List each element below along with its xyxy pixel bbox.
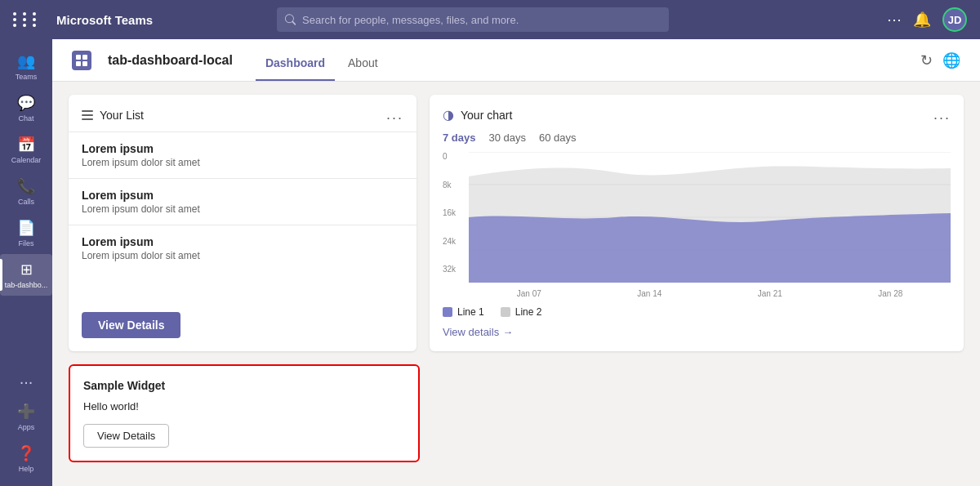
sidebar: 👥 Teams 💬 Chat 📅 Calendar 📞 Calls 📄 File… xyxy=(0,39,52,486)
search-bar[interactable] xyxy=(277,7,669,32)
chart-icon: ◑ xyxy=(443,107,454,123)
legend-dot-line2 xyxy=(501,307,510,317)
calls-icon: 📞 xyxy=(17,177,35,195)
hamburger-icon xyxy=(82,110,93,120)
content-area: tab-dashboard-local Dashboard About ↻ 🌐 xyxy=(52,39,980,486)
x-label-jan21: Jan 21 xyxy=(758,289,782,298)
chart-title-text: Your chart xyxy=(461,109,512,122)
tab-dashboard-icon: ⊞ xyxy=(20,261,33,279)
chart-tab-30days[interactable]: 30 days xyxy=(488,132,526,144)
list-item-title-0: Lorem ipsum xyxy=(82,142,403,155)
chart-svg xyxy=(469,152,951,283)
tab-about[interactable]: About xyxy=(338,39,388,81)
chart-legend: Line 1 Line 2 xyxy=(430,298,964,326)
svg-rect-1 xyxy=(82,55,87,60)
avatar[interactable]: JD xyxy=(942,7,967,32)
calendar-icon: 📅 xyxy=(17,136,35,154)
sidebar-item-help[interactable]: ❓ Help xyxy=(0,438,52,479)
page-icon xyxy=(72,51,91,70)
tabs: Dashboard About xyxy=(256,39,388,81)
chart-tab-60days[interactable]: 60 days xyxy=(539,132,577,144)
list-item[interactable]: Lorem ipsum Lorem ipsum dolor sit amet xyxy=(69,178,416,225)
sidebar-label-tab-dashboard: tab-dashbo... xyxy=(5,281,48,289)
sidebar-item-teams[interactable]: 👥 Teams xyxy=(0,46,52,87)
sidebar-more-icon[interactable]: ... xyxy=(11,361,42,396)
legend-dot-line1 xyxy=(443,307,452,317)
widget-card: Sample Widget Hello world! View Details xyxy=(69,364,420,462)
chart-view-details-link[interactable]: View details → xyxy=(443,326,951,338)
svg-rect-0 xyxy=(76,55,81,60)
list-item-title-1: Lorem ipsum xyxy=(82,189,403,202)
apps-icon: ➕ xyxy=(17,403,35,421)
page-title: tab-dashboard-local xyxy=(108,53,233,68)
chart-x-labels: Jan 07 Jan 14 Jan 21 Jan 28 xyxy=(469,286,951,298)
list-item-title-2: Lorem ipsum xyxy=(82,235,403,248)
chart-footer: View details → xyxy=(430,326,964,351)
list-more-icon[interactable]: ... xyxy=(386,106,403,123)
x-label-jan14: Jan 14 xyxy=(637,289,662,298)
sidebar-item-chat[interactable]: 💬 Chat xyxy=(0,87,52,129)
top-row: Your List ... Lorem ipsum Lorem ipsum do… xyxy=(69,95,964,351)
widget-title: Sample Widget xyxy=(83,379,405,392)
x-label-jan28: Jan 28 xyxy=(878,289,902,298)
sidebar-item-tab-dashboard[interactable]: ⊞ tab-dashbo... xyxy=(0,254,52,296)
legend-label-line2: Line 2 xyxy=(515,306,542,318)
chart-more-icon[interactable]: ... xyxy=(933,106,951,123)
notifications-icon[interactable]: 🔔 xyxy=(913,11,931,29)
main-content: Your List ... Lorem ipsum Lorem ipsum do… xyxy=(52,82,980,486)
files-icon: 📄 xyxy=(17,219,35,237)
chart-area: 32k 24k 16k 8k 0 xyxy=(430,152,964,298)
chart-card: ◑ Your chart ... 7 days 30 days 60 days … xyxy=(430,95,964,351)
legend-line2: Line 2 xyxy=(501,306,542,318)
svg-rect-2 xyxy=(76,61,81,66)
sidebar-label-help: Help xyxy=(19,465,34,473)
sidebar-label-files: Files xyxy=(18,239,33,247)
y-label-0: 0 xyxy=(443,152,466,161)
chart-svg-container xyxy=(469,152,951,286)
legend-line1: Line 1 xyxy=(443,306,484,318)
sidebar-label-teams: Teams xyxy=(16,73,38,81)
widget-view-details-button[interactable]: View Details xyxy=(83,424,169,448)
list-item[interactable]: Lorem ipsum Lorem ipsum dolor sit amet xyxy=(69,132,416,178)
topbar-right: ⋯ 🔔 JD xyxy=(887,7,967,32)
list-title-text: Your List xyxy=(100,109,144,122)
list-item[interactable]: Lorem ipsum Lorem ipsum dolor sit amet xyxy=(69,225,416,271)
sidebar-item-calls[interactable]: 📞 Calls xyxy=(0,171,52,212)
globe-icon[interactable]: 🌐 xyxy=(942,51,960,69)
help-icon: ❓ xyxy=(17,444,35,462)
teams-icon: 👥 xyxy=(17,52,35,70)
search-icon xyxy=(285,14,296,25)
sidebar-item-apps[interactable]: ➕ Apps xyxy=(0,396,52,438)
topbar: Microsoft Teams ⋯ 🔔 JD xyxy=(0,0,980,39)
chart-tab-7days[interactable]: 7 days xyxy=(443,132,475,144)
chart-tabs: 7 days 30 days 60 days xyxy=(430,132,964,152)
main-layout: 👥 Teams 💬 Chat 📅 Calendar 📞 Calls 📄 File… xyxy=(0,39,980,486)
tab-dashboard[interactable]: Dashboard xyxy=(256,39,335,81)
chart-view-details-text: View details xyxy=(443,326,499,338)
view-details-button[interactable]: View Details xyxy=(82,312,180,338)
y-label-8k: 8k xyxy=(443,181,466,189)
list-item-sub-0: Lorem ipsum dolor sit amet xyxy=(82,157,403,168)
sidebar-label-chat: Chat xyxy=(18,114,33,123)
apps-grid-icon[interactable] xyxy=(13,12,40,27)
y-label-16k: 16k xyxy=(443,208,466,217)
list-card-footer: View Details xyxy=(69,299,416,351)
sidebar-item-files[interactable]: 📄 Files xyxy=(0,212,52,254)
widget-text: Hello world! xyxy=(83,400,405,412)
sidebar-label-calendar: Calendar xyxy=(11,156,42,164)
legend-label-line1: Line 1 xyxy=(457,306,484,318)
y-label-32k: 32k xyxy=(443,265,466,274)
list-items: Lorem ipsum Lorem ipsum dolor sit amet L… xyxy=(69,132,416,299)
sidebar-item-calendar[interactable]: 📅 Calendar xyxy=(0,129,52,171)
refresh-icon[interactable]: ↻ xyxy=(920,51,933,69)
app-title: Microsoft Teams xyxy=(56,13,153,27)
list-card-title: Your List xyxy=(82,109,144,122)
more-options-icon[interactable]: ⋯ xyxy=(887,11,902,29)
chart-card-header: ◑ Your chart ... xyxy=(430,95,964,132)
sidebar-label-apps: Apps xyxy=(18,423,35,431)
search-input[interactable] xyxy=(302,14,661,26)
list-card: Your List ... Lorem ipsum Lorem ipsum do… xyxy=(69,95,416,351)
chart-y-labels: 32k 24k 16k 8k 0 xyxy=(443,152,466,274)
chart-view-details-arrow: → xyxy=(502,326,513,338)
page-header-right: ↻ 🌐 xyxy=(920,51,960,69)
